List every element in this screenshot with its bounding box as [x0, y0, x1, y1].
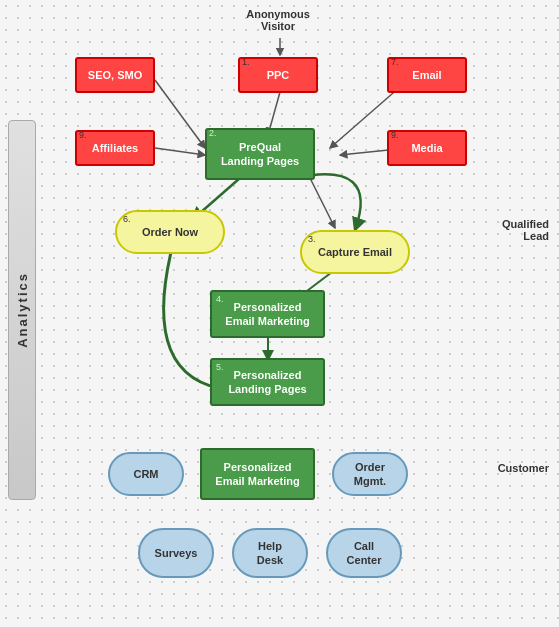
canvas: Analytics Anonymous Visitor SEO, SMO 1. … [0, 0, 559, 627]
order-mgmt-label: Order Mgmt. [354, 460, 386, 489]
svg-line-4 [155, 148, 205, 155]
ppc-label: PPC [267, 68, 290, 82]
media-label: Media [411, 141, 442, 155]
help-desk-box: Help Desk [232, 528, 308, 578]
analytics-sidebar: Analytics [8, 120, 36, 500]
personalized-email-1-box: 4. Personalized Email Marketing [210, 290, 325, 338]
order-now-label: Order Now [142, 225, 198, 239]
analytics-label: Analytics [15, 272, 30, 348]
surveys-box: Surveys [138, 528, 214, 578]
call-center-box: Call Center [326, 528, 402, 578]
svg-line-9 [310, 178, 335, 228]
personalized-landing-label: Personalized Landing Pages [228, 368, 306, 397]
ppc-box: 1. PPC [238, 57, 318, 93]
crm-label: CRM [133, 467, 158, 481]
seo-smo-box: SEO, SMO [75, 57, 155, 93]
prequal-box: 2. PreQual Landing Pages [205, 128, 315, 180]
svg-line-1 [155, 80, 205, 148]
affiliates-label: Affiliates [92, 141, 138, 155]
qualified-lead-label: Qualified Lead [489, 218, 549, 242]
seo-smo-label: SEO, SMO [88, 68, 142, 82]
email-top-label: Email [412, 68, 441, 82]
personalized-email-2-label: Personalized Email Marketing [215, 460, 299, 489]
anonymous-visitor-label: Anonymous Visitor [238, 8, 318, 32]
personalized-email-1-label: Personalized Email Marketing [225, 300, 309, 329]
crm-box: CRM [108, 452, 184, 496]
capture-email-label: Capture Email [318, 245, 392, 259]
order-mgmt-box: Order Mgmt. [332, 452, 408, 496]
email-top-box: 7. Email [387, 57, 467, 93]
personalized-landing-box: 5. Personalized Landing Pages [210, 358, 325, 406]
surveys-label: Surveys [155, 546, 198, 560]
call-center-label: Call Center [347, 539, 382, 568]
personalized-email-2-box: Personalized Email Marketing [200, 448, 315, 500]
customer-label: Customer [489, 462, 549, 474]
help-desk-label: Help Desk [257, 539, 283, 568]
affiliates-box: 9. Affiliates [75, 130, 155, 166]
media-box: 9. Media [387, 130, 467, 166]
order-now-box: 6. Order Now [115, 210, 225, 254]
capture-email-box: 3. Capture Email [300, 230, 410, 274]
prequal-label: PreQual Landing Pages [221, 140, 299, 169]
